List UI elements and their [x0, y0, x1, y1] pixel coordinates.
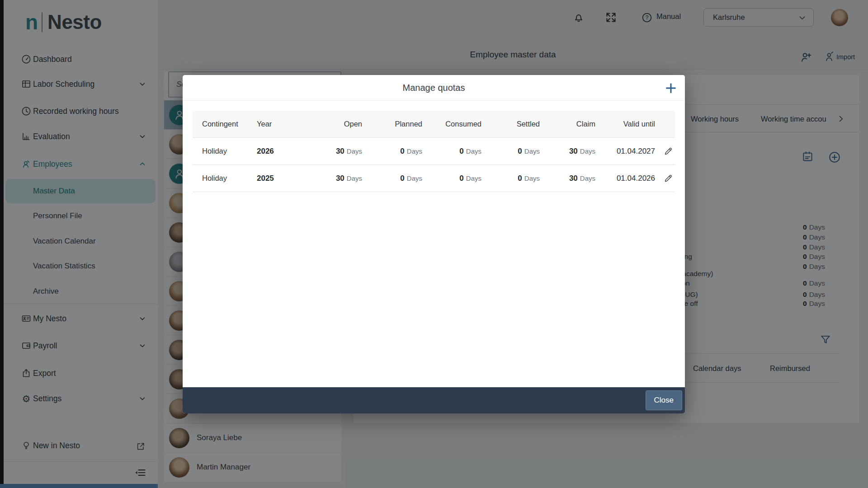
- quota-table-header-row: Contingent Year Open Planned Consumed Se…: [193, 111, 675, 138]
- consumed-value: 0Days: [422, 174, 481, 183]
- open-value: 30Days: [307, 147, 362, 156]
- planned-value: 0Days: [362, 147, 422, 156]
- year-value: 2026: [257, 147, 307, 156]
- col-valid-until: Valid until: [595, 120, 655, 128]
- settled-value: 0Days: [481, 174, 540, 183]
- edit-quota-button[interactable]: [661, 145, 675, 158]
- pencil-icon: [663, 146, 673, 156]
- modal-body: Contingent Year Open Planned Consumed Se…: [183, 101, 685, 387]
- col-open: Open: [307, 120, 362, 128]
- modal-footer: Close: [183, 387, 685, 413]
- open-value: 30Days: [307, 174, 362, 183]
- col-consumed: Consumed: [422, 120, 481, 128]
- pencil-icon: [663, 174, 673, 183]
- valid-until-value: 01.04.2027: [595, 147, 655, 156]
- contingent-value: Holiday: [193, 174, 257, 183]
- quota-row-2026: Holiday 2026 30Days 0Days 0Days 0Days 30…: [193, 138, 675, 165]
- claim-value: 30Days: [540, 147, 595, 156]
- manage-quotas-modal: Manage quotas Contingent Year Open Plann…: [183, 75, 685, 413]
- valid-until-value: 01.04.2026: [595, 174, 655, 183]
- modal-header: Manage quotas: [183, 75, 685, 101]
- add-quota-button[interactable]: [663, 80, 679, 96]
- claim-value: 30Days: [540, 174, 595, 183]
- col-year: Year: [257, 120, 307, 128]
- col-settled: Settled: [481, 120, 540, 128]
- year-value: 2025: [257, 174, 307, 183]
- edit-quota-button[interactable]: [661, 172, 675, 185]
- settled-value: 0Days: [481, 147, 540, 156]
- modal-title: Manage quotas: [183, 75, 685, 101]
- close-button[interactable]: Close: [646, 390, 682, 410]
- col-claim: Claim: [540, 120, 595, 128]
- plus-icon: [664, 81, 678, 95]
- col-contingent: Contingent: [193, 120, 257, 128]
- col-planned: Planned: [362, 120, 422, 128]
- planned-value: 0Days: [362, 174, 422, 183]
- quota-row-2025: Holiday 2025 30Days 0Days 0Days 0Days 30…: [193, 165, 675, 192]
- contingent-value: Holiday: [193, 147, 257, 155]
- consumed-value: 0Days: [422, 147, 481, 156]
